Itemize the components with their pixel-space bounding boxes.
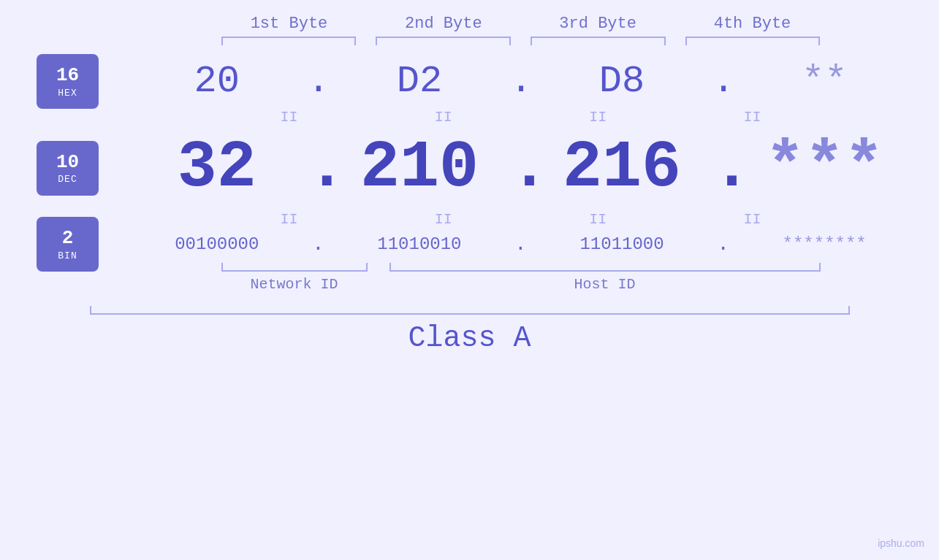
id-labels: Network ID Host ID [90, 276, 850, 293]
header-byte-4: 4th Byte [685, 15, 821, 33]
hex-val-4: ** [744, 60, 905, 103]
header-byte-1: 1st Byte [221, 15, 357, 33]
eq-4: II [685, 109, 821, 126]
dot-hex-1: . [307, 60, 329, 103]
dot-dec-1: . [307, 131, 329, 205]
full-bracket [90, 306, 850, 315]
eq-2: II [376, 109, 512, 126]
bin-val-2: 11010010 [339, 234, 500, 254]
eq2-3: II [530, 211, 666, 228]
bin-values: 00100000 . 11010010 . 11011000 . *******… [132, 233, 939, 256]
hex-values: 20 . D2 . D8 . ** [132, 60, 939, 103]
network-id-label: Network ID [221, 276, 368, 293]
hex-badge: 16 HEX [37, 54, 99, 109]
main-container: 1st Byte 2nd Byte 3rd Byte 4th Byte 16 H… [0, 0, 939, 560]
header-byte-2: 2nd Byte [376, 15, 512, 33]
dec-val-4: *** [744, 131, 905, 205]
network-bracket [221, 263, 368, 272]
byte-headers: 1st Byte 2nd Byte 3rd Byte 4th Byte [90, 15, 850, 33]
dot-bin-3: . [712, 233, 734, 256]
hex-val-2: D2 [339, 60, 500, 103]
bracket-3 [531, 37, 665, 45]
hex-row: 16 HEX 20 . D2 . D8 . ** [0, 60, 939, 103]
bin-badge: 2 BIN [37, 217, 99, 272]
dot-dec-3: . [712, 131, 734, 205]
dec-val-2: 210 [339, 131, 500, 205]
dec-badge: 10 DEC [37, 141, 99, 196]
dec-row: 10 DEC 32 . 210 . 216 . *** [0, 131, 939, 205]
watermark: ipshu.com [878, 537, 924, 549]
bottom-brackets [90, 263, 850, 272]
bin-row: 2 BIN 00100000 . 11010010 . 11011000 . *… [0, 233, 939, 256]
eq2-4: II [685, 211, 821, 228]
hex-val-3: D8 [541, 60, 702, 103]
equals-row-2: II II II II [90, 205, 850, 233]
bin-val-1: 00100000 [137, 234, 297, 254]
bin-val-4: ******** [744, 234, 905, 254]
bracket-2 [376, 37, 510, 45]
dot-hex-2: . [509, 60, 531, 103]
eq-3: II [530, 109, 666, 126]
equals-row-1: II II II II [90, 103, 850, 131]
host-id-label: Host ID [389, 276, 821, 293]
header-byte-3: 3rd Byte [530, 15, 666, 33]
eq2-1: II [221, 211, 357, 228]
dec-values: 32 . 210 . 216 . *** [132, 131, 939, 205]
bracket-4 [685, 37, 820, 45]
dot-hex-3: . [712, 60, 734, 103]
dot-bin-1: . [307, 233, 329, 256]
top-brackets [90, 37, 850, 45]
dot-dec-2: . [509, 131, 531, 205]
host-bracket [389, 263, 821, 272]
dot-bin-2: . [509, 233, 531, 256]
eq-1: II [221, 109, 357, 126]
bracket-1 [221, 37, 356, 45]
class-label: Class A [90, 322, 850, 355]
dec-val-1: 32 [137, 131, 297, 205]
dec-val-3: 216 [541, 131, 702, 205]
hex-val-1: 20 [137, 60, 297, 103]
eq2-2: II [376, 211, 512, 228]
bin-val-3: 11011000 [541, 234, 702, 254]
